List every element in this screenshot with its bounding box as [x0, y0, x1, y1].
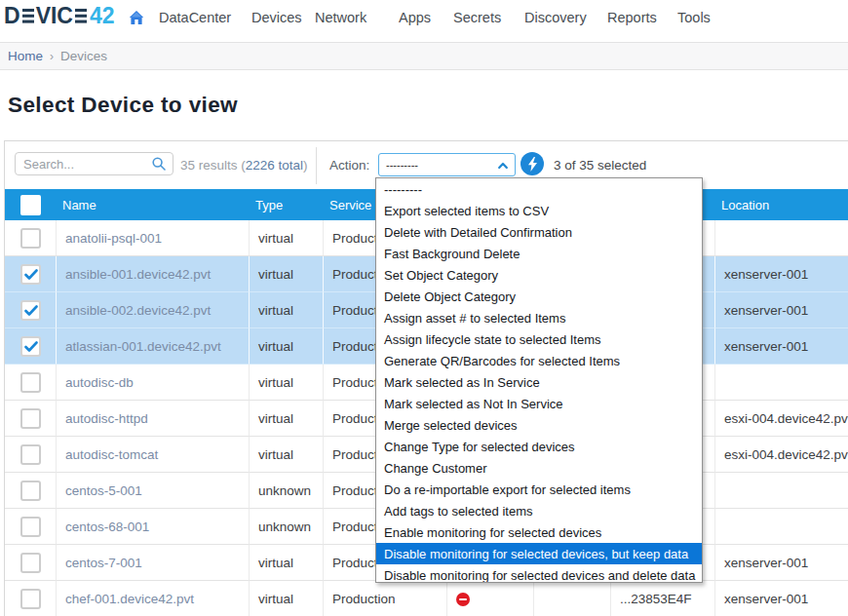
action-menu-item[interactable]: Delete with Detailed Confirmation	[376, 221, 702, 243]
action-dropdown-menu: ---------Export selected items to CSVDel…	[375, 177, 703, 583]
row-checkbox[interactable]	[20, 228, 41, 249]
device-type: virtual	[250, 437, 324, 473]
device-name-link[interactable]: autodisc-tomcat	[57, 437, 250, 473]
device-name-link[interactable]: ansible-002.device42.pvt	[57, 292, 250, 328]
device-type: virtual	[250, 401, 324, 437]
row-checkbox-checked[interactable]	[20, 336, 41, 357]
row-checkbox[interactable]	[20, 517, 41, 537]
device-location: xenserver-001	[715, 292, 848, 328]
device-in-service-cell	[447, 581, 534, 616]
device42-logo[interactable]: D VIC 42	[4, 7, 115, 24]
row-checkbox[interactable]	[20, 589, 41, 609]
action-select-value: ---------	[386, 159, 418, 171]
nav-item-apps[interactable]: Apps	[399, 10, 431, 25]
select-all-header	[5, 189, 57, 220]
action-menu-item[interactable]: ---------	[376, 178, 702, 200]
toolbar-divider	[316, 147, 317, 184]
row-checkbox-cell	[5, 256, 57, 292]
apply-action-button[interactable]	[520, 152, 544, 175]
device-location: esxi-004.device42.pvt	[715, 401, 848, 437]
col-header-location[interactable]: Location	[715, 189, 848, 220]
row-checkbox-cell	[5, 292, 57, 328]
top-nav: D VIC 42 DataCenter Devices Network Apps…	[0, 0, 848, 42]
row-checkbox-cell	[5, 545, 57, 581]
device-name-link[interactable]: autodisc-httpd	[57, 401, 250, 437]
action-menu-item[interactable]: Mark selected as In Service	[376, 371, 702, 393]
device-uuid: ...23853E4F	[611, 581, 715, 616]
row-checkbox[interactable]	[20, 444, 41, 465]
device-location	[715, 509, 848, 545]
device-location	[715, 473, 848, 509]
row-checkbox-cell	[5, 437, 57, 473]
row-checkbox-checked[interactable]	[20, 264, 41, 285]
row-checkbox-checked[interactable]	[20, 300, 41, 321]
row-checkbox[interactable]	[20, 481, 41, 501]
action-menu-item[interactable]: Disable monitoring for selected devices …	[376, 564, 702, 583]
page-title: Select Device to view	[8, 95, 848, 117]
row-checkbox-cell	[5, 473, 57, 509]
results-total-link[interactable]: 2226 total	[246, 158, 303, 173]
row-checkbox-cell	[5, 401, 57, 437]
device-location: xenserver-001	[715, 328, 848, 365]
nav-item-tools[interactable]: Tools	[677, 10, 711, 25]
results-prefix: 35 results (	[180, 158, 246, 173]
action-menu-item[interactable]: Assign asset # to selected Items	[376, 307, 702, 328]
breadcrumb: Home › Devices	[0, 42, 848, 70]
device-name-link[interactable]: atlassian-001.device42.pvt	[57, 328, 250, 365]
device-name-link[interactable]: ansible-001.device42.pvt	[57, 256, 250, 292]
logo-text-42: 42	[90, 8, 115, 24]
action-menu-item[interactable]: Add tags to selected items	[376, 500, 702, 521]
device-location: xenserver-001	[715, 545, 848, 581]
col-header-type[interactable]: Type	[250, 189, 324, 220]
row-checkbox-cell	[5, 509, 57, 545]
device-name-link[interactable]: centos-68-001	[57, 509, 250, 545]
action-menu-item[interactable]: Do a re-importable export for selected i…	[376, 479, 702, 500]
col-header-name[interactable]: Name	[57, 189, 250, 220]
action-menu-item[interactable]: Merge selected devices	[376, 414, 702, 436]
device-type: virtual	[250, 365, 324, 401]
not-in-service-icon	[456, 593, 470, 606]
device-location: xenserver-001	[715, 256, 848, 292]
select-all-checkbox[interactable]	[20, 195, 41, 215]
device-name-link[interactable]: centos-7-001	[57, 545, 250, 581]
breadcrumb-home-link[interactable]: Home	[8, 49, 43, 63]
logo-text-d: D	[4, 8, 20, 24]
device-name-link[interactable]: anatolii-psql-001	[57, 220, 250, 256]
device-type: virtual	[250, 545, 324, 581]
action-menu-item[interactable]: Delete Object Category	[376, 286, 702, 307]
row-checkbox[interactable]	[20, 372, 41, 393]
device-name-link[interactable]: centos-5-001	[57, 473, 250, 509]
device-location	[715, 365, 848, 401]
search-icon[interactable]	[152, 157, 166, 171]
action-menu-item[interactable]: Mark selected as Not In Service	[376, 393, 702, 414]
action-menu-item[interactable]: Set Object Category	[376, 264, 702, 286]
device-name-link[interactable]: autodisc-db	[57, 365, 250, 401]
row-checkbox-cell	[5, 328, 57, 365]
device-type: virtual	[250, 581, 324, 616]
action-menu-item[interactable]: Enable monitoring for selected devices	[376, 521, 702, 543]
nav-item-datacenter[interactable]: DataCenter	[159, 10, 231, 25]
action-select[interactable]: ---------	[378, 153, 516, 176]
action-menu-item[interactable]: Fast Background Delete	[376, 243, 702, 264]
action-menu-item-highlighted[interactable]: Disable monitoring for selected devices,…	[376, 543, 702, 564]
device-row: chef-001.device42.pvtvirtualProduction..…	[5, 581, 848, 616]
nav-item-reports[interactable]: Reports	[607, 10, 657, 25]
search-input[interactable]	[15, 152, 173, 175]
action-menu-item[interactable]: Export selected items to CSV	[376, 200, 702, 221]
device-name-link[interactable]: chef-001.device42.pvt	[57, 581, 250, 616]
nav-item-devices[interactable]: Devices	[251, 10, 302, 25]
action-menu-item[interactable]: Change Type for selected devices	[376, 436, 702, 457]
row-checkbox[interactable]	[20, 408, 41, 429]
action-menu-item[interactable]: Generate QR/Barcodes for selected Items	[376, 350, 702, 371]
device-type: virtual	[250, 292, 324, 328]
nav-item-secrets[interactable]: Secrets	[453, 10, 501, 25]
nav-item-network[interactable]: Network	[315, 10, 366, 25]
device-type: virtual	[250, 328, 324, 365]
logo-e2-icon	[75, 8, 87, 24]
home-icon[interactable]	[129, 10, 145, 26]
action-menu-item[interactable]: Change Customer	[376, 457, 702, 479]
device-type: virtual	[250, 256, 324, 292]
action-menu-item[interactable]: Assign lifecycle state to selected Items	[376, 328, 702, 350]
row-checkbox[interactable]	[20, 553, 41, 573]
nav-item-discovery[interactable]: Discovery	[524, 10, 587, 25]
